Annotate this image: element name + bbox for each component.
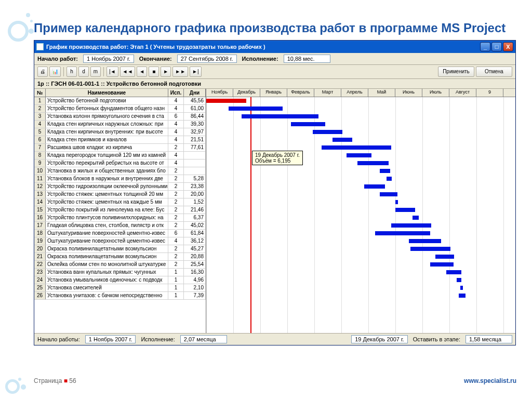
gantt-bar[interactable] (395, 208, 415, 212)
gantt-bar[interactable] (313, 130, 342, 134)
gantt-bar[interactable] (460, 286, 463, 290)
table-row[interactable]: 21Окраска поливинилацетатными воэмульсио… (34, 253, 206, 261)
nav-first-button[interactable]: |◄ (107, 66, 118, 77)
table-row[interactable]: 9Устройство перекрытий ребристых на высо… (34, 159, 206, 167)
start-value[interactable]: 1 Ноябрь 2007 г. (83, 55, 134, 63)
gantt-bar[interactable] (380, 169, 391, 173)
cell-dni: 4,96 (184, 276, 206, 284)
cell-isp: 2 (168, 214, 184, 221)
gantt-bar[interactable] (435, 255, 454, 259)
nav-now-button[interactable]: ■ (149, 66, 159, 77)
print-button[interactable]: 🖨 (37, 66, 48, 77)
table-row[interactable]: 13Устройство стяжек: цементных толщиной … (34, 191, 206, 198)
table-row[interactable]: 18Оштукатуривание поверхностей цементно-… (34, 230, 206, 237)
gantt-row (206, 105, 515, 113)
table-row[interactable]: 25Установка смесителей12,10 (34, 284, 206, 292)
gantt-bar[interactable] (413, 216, 419, 220)
gantt-bar[interactable] (446, 270, 461, 274)
table-row[interactable]: 2Устройство бетонных фундаментов общего … (34, 105, 206, 113)
scale-d-button[interactable]: d (78, 66, 89, 77)
table-row[interactable]: 4Кладка стен кирпичных наружных сложных:… (34, 121, 206, 128)
table-row[interactable]: 16Устройство плинтусов поливинилхлоридны… (34, 214, 206, 222)
col-num[interactable]: № (34, 89, 46, 97)
gantt-row (206, 183, 515, 191)
cell-name: Устройство бетонных фундаментов общего н… (46, 105, 168, 112)
scale-m-button[interactable]: m (90, 66, 101, 77)
table-row[interactable]: 10Установка в жилых и общественных здани… (34, 167, 206, 175)
table-row[interactable]: 12Устройство гидроизоляции оклеечной рул… (34, 183, 206, 191)
cell-num: 12 (34, 183, 46, 190)
table-row[interactable]: 6Кладка стен приямков и каналов421,51 (34, 136, 206, 144)
cell-num: 8 (34, 152, 46, 159)
gantt-bar[interactable] (229, 107, 283, 111)
close-button[interactable]: X (503, 42, 513, 51)
table-row[interactable]: 14Устройство стяжек: цементных на каждые… (34, 198, 206, 206)
table-row[interactable]: 19Оштукатуривание поверхностей цементно-… (34, 237, 206, 245)
gantt-bar[interactable] (380, 192, 397, 196)
gantt-bar[interactable] (242, 114, 318, 118)
table-row[interactable]: 7Расшивка швов кладки: из кирпича277,61 (34, 144, 206, 152)
minimize-button[interactable]: _ (480, 42, 490, 51)
gantt-chart[interactable]: НоябрьДекабрьЯнварьФевральМартАпрельМайИ… (206, 89, 515, 333)
cell-name: Кладка стен кирпичных внутренних: при вы… (46, 128, 168, 136)
table-row[interactable]: 20Окраска поливинилацетатными воэмульсио… (34, 245, 206, 253)
gantt-bar[interactable] (332, 138, 352, 142)
cancel-button[interactable]: Отмена (476, 66, 512, 77)
month-header: Январь (260, 89, 287, 97)
table-row[interactable]: 24Установка умывальников одиночных: с по… (34, 276, 206, 284)
cell-name: Устройство перекрытий ребристых на высот… (46, 159, 168, 167)
titlebar[interactable]: График производства работ: Этап 1 ( Учте… (34, 41, 515, 53)
nav-next-button[interactable]: ► (161, 66, 171, 77)
table-row[interactable]: 5Кладка стен кирпичных внутренних: при в… (34, 128, 206, 136)
table-row[interactable]: 26Установка унитазов: с бачком непосредс… (34, 292, 206, 300)
nav-prev-button[interactable]: ◄ (137, 66, 147, 77)
gantt-bar[interactable] (459, 294, 466, 298)
month-header: Май (368, 89, 395, 97)
gantt-bar[interactable] (291, 122, 326, 126)
table-row[interactable]: 3Установка колонн прямоугольного сечения… (34, 113, 206, 121)
table-row[interactable]: 1Устройство бетонной подготовки445,56 (34, 97, 206, 105)
nav-next2-button[interactable]: ►► (172, 66, 188, 77)
gantt-bar[interactable] (395, 200, 398, 204)
gantt-bar[interactable] (410, 247, 450, 251)
cell-num: 4 (34, 121, 46, 128)
export-button[interactable]: 📊 (49, 66, 61, 77)
table-row[interactable]: 22Оклейка обоями стен по монолитной штук… (34, 261, 206, 269)
cell-dni: 39,30 (184, 121, 206, 128)
cell-num: 19 (34, 237, 46, 245)
gantt-bar[interactable] (347, 153, 371, 157)
gantt-bar[interactable] (457, 278, 461, 282)
gantt-bar[interactable] (409, 239, 441, 243)
col-dni[interactable]: Дни (184, 89, 206, 97)
cell-name: Кладка стен приямков и каналов (46, 136, 168, 143)
gantt-bar[interactable] (387, 177, 392, 181)
apply-button[interactable]: Применить (438, 66, 474, 77)
table-row[interactable]: 8Кладка перегородок толщиной 120 мм из к… (34, 152, 206, 159)
gantt-bar[interactable] (430, 262, 453, 267)
end-value[interactable]: 27 Сентябрь 2008 г. (177, 55, 237, 63)
scale-h-button[interactable]: h (66, 66, 77, 77)
nav-prev2-button[interactable]: ◄◄ (120, 66, 136, 77)
table-row[interactable]: 23Установка ванн купальных прямых: чугун… (34, 269, 206, 276)
table-row[interactable]: 15Устройство покрытий из линолеума на кл… (34, 206, 206, 214)
table-row[interactable]: 17Гладкая облицовка стен, столбов, пиляс… (34, 222, 206, 230)
col-isp[interactable]: Исп. (168, 89, 184, 97)
cell-dni: 5,28 (184, 175, 206, 182)
gantt-bar[interactable] (375, 231, 430, 235)
gantt-row (206, 198, 515, 206)
gantt-bar[interactable] (357, 161, 389, 165)
maximize-button[interactable]: □ (491, 42, 502, 51)
task-grid[interactable]: № Наименование Исп. Дни 1Устройство бето… (34, 89, 206, 333)
start-label: Начало работ: (37, 56, 78, 62)
nav-last-button[interactable]: ►| (190, 66, 202, 77)
exec-value[interactable]: 10,88 мес. (284, 55, 330, 63)
table-row[interactable]: 11Установка блоков в наружных и внутренн… (34, 175, 206, 183)
gantt-bar[interactable] (391, 223, 431, 228)
gantt-bar[interactable] (206, 99, 246, 103)
gantt-bar[interactable] (364, 184, 384, 189)
gantt-bar[interactable] (322, 145, 391, 150)
cell-num: 10 (34, 167, 46, 175)
cell-dni: 20,88 (184, 253, 206, 260)
gantt-row (206, 230, 515, 237)
col-name[interactable]: Наименование (46, 89, 168, 97)
